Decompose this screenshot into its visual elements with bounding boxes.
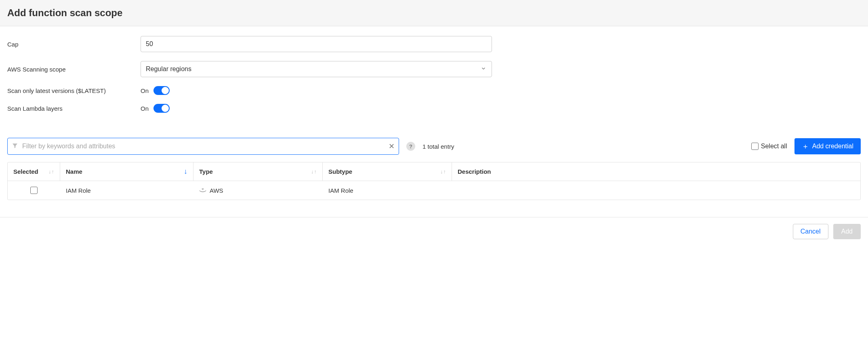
- row-latest-versions: Scan only latest versions ($LATEST) On: [7, 86, 861, 95]
- cell-type: AWS: [193, 181, 323, 200]
- sort-down-icon: ↓: [184, 167, 187, 176]
- cell-description: [452, 181, 860, 200]
- dialog-footer: Cancel Add: [0, 217, 868, 246]
- dialog-header: Add function scan scope: [0, 0, 868, 26]
- add-button[interactable]: Add: [833, 224, 861, 239]
- select-all-label: Select all: [761, 143, 787, 150]
- form-area: Cap AWS Scanning scope Regular regions S…: [0, 26, 868, 138]
- row-cap: Cap: [7, 36, 861, 52]
- filter-input-wrap: ✕: [7, 138, 399, 155]
- col-subtype[interactable]: Subtype ↓↑: [323, 162, 452, 181]
- sort-icon: ↓↑: [48, 169, 54, 175]
- filter-input[interactable]: [22, 138, 384, 154]
- label-cap: Cap: [7, 41, 141, 48]
- aws-scope-select[interactable]: Regular regions: [141, 61, 492, 77]
- table-row: IAM Role AWS IAM Role: [8, 181, 860, 200]
- svg-point-0: [202, 189, 203, 190]
- filter-bar: ✕ ? 1 total entry Select all ＋ Add crede…: [0, 138, 868, 155]
- col-name[interactable]: Name ↓: [60, 162, 193, 181]
- sort-icon: ↓↑: [440, 169, 446, 175]
- col-description[interactable]: Description: [452, 162, 860, 181]
- help-icon[interactable]: ?: [406, 142, 415, 151]
- cap-input[interactable]: [141, 36, 492, 52]
- cell-name: IAM Role: [60, 181, 193, 200]
- col-selected[interactable]: Selected ↓↑: [8, 162, 60, 181]
- sort-icon: ↓↑: [311, 169, 317, 175]
- aws-scope-value: Regular regions: [146, 65, 191, 73]
- cell-selected: [8, 181, 60, 200]
- label-latest-versions: Scan only latest versions ($LATEST): [7, 87, 141, 94]
- checkbox-icon: [751, 143, 759, 150]
- latest-toggle[interactable]: [153, 86, 170, 95]
- row-checkbox[interactable]: [30, 187, 38, 194]
- add-credential-button[interactable]: ＋ Add credential: [794, 138, 861, 154]
- filter-icon: [12, 143, 18, 150]
- row-lambda-layers: Scan Lambda layers On: [7, 104, 861, 113]
- entry-count: 1 total entry: [422, 143, 454, 150]
- plus-icon: ＋: [802, 143, 809, 150]
- cell-subtype: IAM Role: [323, 181, 452, 200]
- toggle-knob: [162, 105, 169, 112]
- cancel-button[interactable]: Cancel: [793, 224, 828, 239]
- col-type[interactable]: Type ↓↑: [193, 162, 323, 181]
- latest-toggle-state: On: [141, 87, 149, 94]
- dialog-title: Add function scan scope: [7, 7, 861, 19]
- add-credential-label: Add credential: [812, 143, 853, 150]
- row-aws-scope: AWS Scanning scope Regular regions: [7, 61, 861, 77]
- aws-icon: [199, 187, 206, 193]
- label-lambda-layers: Scan Lambda layers: [7, 105, 141, 112]
- credentials-table: Selected ↓↑ Name ↓ Type ↓↑ Subtype ↓↑ De…: [7, 162, 861, 200]
- table-header: Selected ↓↑ Name ↓ Type ↓↑ Subtype ↓↑ De…: [8, 162, 860, 181]
- select-all-checkbox[interactable]: Select all: [751, 143, 787, 150]
- layers-toggle-state: On: [141, 105, 149, 112]
- layers-toggle[interactable]: [153, 104, 170, 113]
- label-aws-scope: AWS Scanning scope: [7, 66, 141, 73]
- toggle-knob: [162, 87, 169, 94]
- clear-filter-icon[interactable]: ✕: [389, 142, 395, 151]
